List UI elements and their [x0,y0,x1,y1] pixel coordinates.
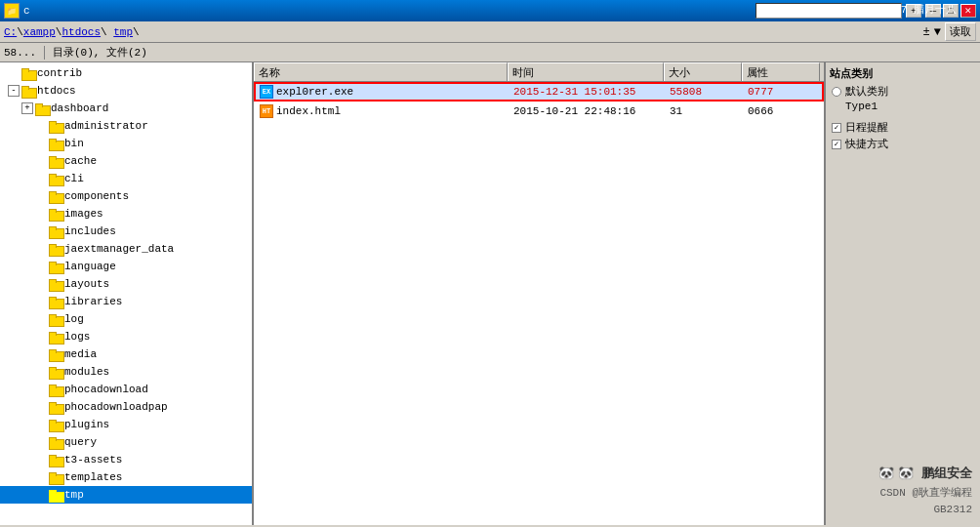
file-row-html[interactable]: HT index.html 2015-10-21 22:48:16 31 066… [254,101,824,121]
watermark: 🐼 🐼 鹏组安全 CSDN @耿直学编程 GB2312 [878,465,972,519]
expand-dashboard[interactable]: + [21,102,33,114]
tree-item-cache[interactable]: cache [0,152,252,170]
addr-part-tmp[interactable]: tmp [113,26,133,38]
folder-icon [49,138,62,149]
addr-label: C:\xampp\htdocs\ tmp\ [4,26,140,38]
file-attr-exe: 0777 [744,86,822,98]
separator [44,46,45,60]
folder-icon [49,366,62,378]
folder-icon [49,331,62,343]
title-bar: 📁 c + ─ □ ✕ 星期三 2016-01-27 腊月十八 [0,0,980,21]
tree-item-administrator[interactable]: administrator [0,117,252,135]
folder-icon [49,261,62,272]
folder-icon [49,419,62,430]
addr-part-htdocs[interactable]: htdocs [61,26,101,38]
addr-part-xampp[interactable]: xampp [23,26,56,38]
tree-item-images[interactable]: images [0,205,252,223]
tree-item-jaextmanager[interactable]: jaextmanager_data [0,240,252,258]
tree-item-components[interactable]: components [0,187,252,205]
folder-icon [49,173,62,184]
tree-item-tmp[interactable]: tmp [0,486,252,504]
folder-icon [21,85,35,97]
file-time-exe: 2015-12-31 15:01:35 [510,86,666,98]
col-header-size[interactable]: 大小 [664,62,742,81]
folder-icon [21,67,35,79]
folder-icon [49,278,62,290]
radio-default-category[interactable] [832,87,841,97]
watermark-logo: 🐼 🐼 鹏组安全 [878,465,972,485]
watermark-line2: CSDN @耿直学编程 [878,485,972,503]
tree-item-plugins[interactable]: plugins [0,416,252,433]
tree-item-media[interactable]: media [0,345,252,363]
folder-icon [49,190,62,202]
folder-icon [49,155,62,167]
sidebar-label-schedule: 日程提醒 [845,120,888,135]
sidebar-section-options: 日程提醒 快捷方式 [830,119,976,152]
read-button[interactable]: 读取 [945,22,976,41]
tree-item-bin[interactable]: bin [0,135,252,152]
close-button[interactable]: ✕ [960,4,976,18]
title-text: c [23,5,752,17]
addr-right: ± ▼ 读取 [923,22,976,41]
file-name-html: HT index.html [256,104,510,118]
expand-htdocs[interactable]: - [8,85,20,97]
app-icon: 📁 [4,3,20,19]
watermark-line3: GB2312 [878,502,972,519]
tree-item-phocadownloadpap[interactable]: phocadownloadpap [0,398,252,416]
main-layout: contrib - htdocs + dashboard administrat… [0,62,980,525]
col-header-name[interactable]: 名称 [254,62,508,81]
sidebar-label-type1: Type1 [845,101,878,112]
tree-item-cli[interactable]: cli [0,170,252,187]
sort-desc-icon[interactable]: ▼ [934,25,941,39]
tree-item-language[interactable]: language [0,258,252,275]
file-list: EX expl0rer.exe 2015-12-31 15:01:35 5580… [254,82,824,525]
sidebar-item-default-category[interactable]: 默认类别 [830,83,976,100]
file-row-exe[interactable]: EX expl0rer.exe 2015-12-31 15:01:35 5580… [254,82,824,101]
tree-item-phocadownload[interactable]: phocadownload [0,381,252,398]
folder-icon [35,102,49,114]
folder-icon [49,454,62,466]
col-header-time[interactable]: 时间 [508,62,664,81]
tree-item-contrib[interactable]: contrib [0,64,252,82]
tree-item-layouts[interactable]: layouts [0,275,252,293]
checkbox-shortcut[interactable] [832,140,841,149]
folder-icon [49,243,62,255]
exe-icon: EX [260,85,273,99]
tree-item-logs[interactable]: logs [0,328,252,345]
folder-icon [49,436,62,448]
folder-icon [49,401,62,413]
tree-item-libraries[interactable]: libraries [0,293,252,310]
tree-item-log[interactable]: log [0,310,252,328]
file-time-html: 2015-10-21 22:48:16 [510,105,666,117]
tree-item-dashboard[interactable]: + dashboard [0,100,252,117]
toolbar-row: 58... 目录(0), 文件(2) [0,43,980,62]
folder-icon [49,348,62,360]
folder-icon [49,471,62,483]
sidebar-label-shortcut: 快捷方式 [845,137,888,151]
addr-part-c[interactable]: C: [4,26,17,38]
file-size-html: 31 [666,105,744,117]
tree-item-modules[interactable]: modules [0,363,252,381]
folder-icon [49,489,62,501]
tree-item-htdocs[interactable]: - htdocs [0,82,252,100]
sidebar-label-default-category: 默认类别 [845,84,888,99]
right-sidebar: 站点类别 默认类别 Type1 日程提醒 快捷方式 [824,62,980,525]
html-icon: HT [260,104,273,118]
tree-item-templates[interactable]: templates [0,468,252,486]
file-attr-html: 0666 [744,105,822,117]
sort-asc-icon[interactable]: ± [923,25,930,39]
tree-item-query[interactable]: query [0,433,252,451]
sidebar-item-shortcut[interactable]: 快捷方式 [830,136,976,152]
tree-panel[interactable]: contrib - htdocs + dashboard administrat… [0,62,254,525]
tree-item-t3assets[interactable]: t3-assets [0,451,252,468]
col-header-attr[interactable]: 属性 [742,62,820,81]
sidebar-item-type1[interactable]: Type1 [830,100,976,113]
address-bar: C:\xampp\htdocs\ tmp\ ± ▼ 读取 [0,21,980,43]
sidebar-item-schedule[interactable]: 日程提醒 [830,119,976,136]
right-panel: 名称 时间 大小 属性 EX expl0rer.exe [254,62,824,525]
checkbox-schedule[interactable] [832,123,841,133]
file-header: 名称 时间 大小 属性 [254,62,824,82]
tree-item-includes[interactable]: includes [0,223,252,240]
folder-icon [49,384,62,395]
folder-icon [49,208,62,220]
